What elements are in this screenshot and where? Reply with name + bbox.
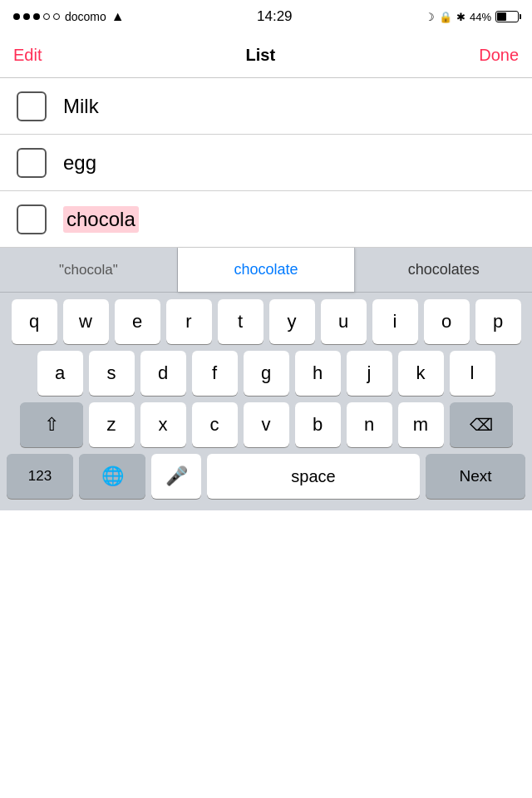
- shift-key[interactable]: ⇧: [20, 402, 83, 447]
- key-b[interactable]: b: [295, 402, 341, 447]
- key-c[interactable]: c: [192, 402, 238, 447]
- key-l[interactable]: l: [450, 351, 495, 396]
- done-button[interactable]: Done: [479, 46, 519, 65]
- list-container: Milk egg chocola: [0, 78, 532, 248]
- key-r[interactable]: r: [166, 299, 212, 344]
- key-q[interactable]: q: [12, 299, 57, 344]
- key-u[interactable]: u: [321, 299, 367, 344]
- nav-title: List: [246, 46, 276, 65]
- key-i[interactable]: i: [372, 299, 418, 344]
- dot-4: [43, 13, 50, 20]
- bluetooth-icon: ✱: [456, 11, 466, 23]
- autocorrect-item-chocolates[interactable]: chocolates: [355, 248, 532, 292]
- status-bar: docomo ▲ 14:29 ☽ 🔒 ✱ 44%: [0, 0, 532, 33]
- key-v[interactable]: v: [244, 402, 289, 447]
- keyboard: q w e r t y u i o p a s d f g h j k l ⇧ …: [0, 293, 532, 510]
- key-f[interactable]: f: [192, 351, 238, 396]
- space-key[interactable]: space: [207, 454, 420, 499]
- microphone-key[interactable]: 🎤: [151, 454, 201, 499]
- autocorrect-item-chocolate[interactable]: chocolate: [178, 248, 356, 292]
- keyboard-bottom-row: 123 🌐 🎤 space Next: [3, 454, 529, 510]
- carrier-label: docomo: [65, 10, 106, 23]
- lock-icon: 🔒: [439, 11, 452, 23]
- key-y[interactable]: y: [269, 299, 315, 344]
- status-left: docomo ▲: [13, 9, 125, 24]
- item-text-milk: Milk: [63, 95, 99, 118]
- list-item[interactable]: Milk: [0, 78, 532, 135]
- keyboard-row-2: a s d f g h j k l: [3, 351, 529, 396]
- globe-key[interactable]: 🌐: [79, 454, 145, 499]
- checkbox-milk[interactable]: [17, 91, 47, 121]
- key-x[interactable]: x: [140, 402, 186, 447]
- key-p[interactable]: p: [475, 299, 521, 344]
- key-s[interactable]: s: [89, 351, 135, 396]
- key-d[interactable]: d: [140, 351, 186, 396]
- signal-dots: [13, 13, 60, 20]
- checkbox-chocola[interactable]: [17, 204, 47, 234]
- numbers-key[interactable]: 123: [7, 454, 73, 499]
- key-a[interactable]: a: [37, 351, 83, 396]
- list-item[interactable]: chocola: [0, 191, 532, 248]
- keyboard-row-3: ⇧ z x c v b n m ⌫: [3, 402, 529, 447]
- key-j[interactable]: j: [347, 351, 392, 396]
- battery-percent: 44%: [470, 11, 491, 23]
- battery-fill: [497, 12, 506, 21]
- next-key[interactable]: Next: [426, 454, 525, 499]
- autocorrect-chocolates-label: chocolates: [408, 261, 480, 278]
- key-k[interactable]: k: [398, 351, 444, 396]
- key-m[interactable]: m: [398, 402, 444, 447]
- checkbox-egg[interactable]: [17, 148, 47, 178]
- key-o[interactable]: o: [424, 299, 470, 344]
- wifi-icon: ▲: [111, 9, 125, 24]
- keyboard-row-1: q w e r t y u i o p: [3, 299, 529, 344]
- nav-bar: Edit List Done: [0, 33, 532, 78]
- key-n[interactable]: n: [347, 402, 392, 447]
- dot-1: [13, 13, 20, 20]
- status-right: ☽ 🔒 ✱ 44%: [425, 11, 519, 23]
- dot-3: [33, 13, 40, 20]
- item-text-chocola[interactable]: chocola: [63, 206, 139, 233]
- edit-button[interactable]: Edit: [13, 46, 42, 65]
- key-t[interactable]: t: [218, 299, 264, 344]
- item-text-egg: egg: [63, 151, 96, 175]
- dot-5: [53, 13, 60, 20]
- autocorrect-bar: "chocola" chocolate chocolates: [0, 248, 532, 293]
- status-time: 14:29: [257, 8, 293, 25]
- key-g[interactable]: g: [244, 351, 289, 396]
- autocorrect-item-quoted[interactable]: "chocola": [0, 248, 178, 292]
- dot-2: [23, 13, 30, 20]
- delete-icon: ⌫: [470, 415, 493, 435]
- delete-key[interactable]: ⌫: [450, 402, 513, 447]
- key-e[interactable]: e: [115, 299, 160, 344]
- list-item[interactable]: egg: [0, 135, 532, 191]
- autocorrect-quoted-label: "chocola": [59, 262, 118, 278]
- moon-icon: ☽: [425, 11, 435, 23]
- key-z[interactable]: z: [89, 402, 135, 447]
- key-w[interactable]: w: [63, 299, 109, 344]
- battery-icon: [495, 11, 519, 22]
- key-h[interactable]: h: [295, 351, 341, 396]
- autocorrect-chocolate-label: chocolate: [234, 261, 298, 278]
